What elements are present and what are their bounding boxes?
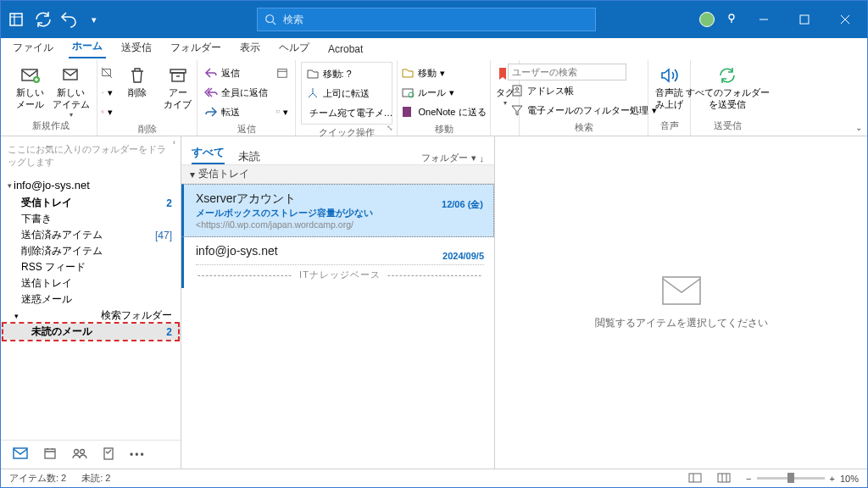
quick-moveto[interactable]: 移動: ?	[303, 64, 390, 83]
rules-button[interactable]: ルール ▾	[398, 83, 488, 102]
nav-people-icon[interactable]	[72, 447, 87, 462]
menu-folder[interactable]: フォルダー	[167, 38, 225, 58]
folder-pane: ‹ ここにお気に入りのフォルダーをドラッグします ▾info@jo-sys.ne…	[1, 136, 181, 469]
nav-tasks-icon[interactable]	[103, 446, 114, 463]
favorites-hint: ここにお気に入りのフォルダーをドラッグします	[1, 136, 181, 175]
zoom-slider[interactable]: −+ 10%	[746, 474, 859, 484]
group-sync: 送受信	[714, 118, 742, 134]
folder-collapse-caret[interactable]: ‹	[173, 138, 175, 147]
mail-item-2[interactable]: info@jo-sys.net 2024/09/5 --------------…	[181, 237, 494, 288]
svg-point-18	[516, 88, 519, 91]
view-reading-icon[interactable]	[717, 473, 731, 485]
move-button[interactable]: 移動 ▾	[398, 64, 488, 82]
menu-view[interactable]: 表示	[236, 38, 264, 58]
folder-junk[interactable]: 迷惑メール	[1, 291, 181, 308]
menu-home[interactable]: ホーム	[69, 36, 106, 58]
nav-mail-icon[interactable]	[13, 447, 28, 462]
onenote-button[interactable]: OneNote に送る	[398, 103, 488, 121]
help-icon[interactable]	[725, 12, 738, 28]
svg-rect-6	[64, 69, 77, 80]
tab-all[interactable]: すべて	[192, 145, 225, 164]
group-voice: 音声	[660, 118, 679, 134]
folder-drafts[interactable]: 下書き	[1, 211, 181, 227]
svg-rect-12	[277, 111, 280, 113]
ignore-button[interactable]	[98, 64, 115, 82]
menu-file[interactable]: ファイル	[9, 38, 57, 58]
svg-rect-0	[10, 14, 22, 25]
svg-rect-23	[104, 448, 113, 459]
mail-icon	[20, 65, 41, 86]
meeting-button[interactable]	[274, 64, 291, 82]
minimize-button[interactable]	[748, 4, 779, 35]
svg-rect-19	[14, 448, 27, 458]
menu-sendrecv[interactable]: 送受信	[118, 38, 155, 58]
title-bar: ▾ 検索	[1, 1, 867, 38]
tab-unread[interactable]: 未読	[238, 149, 260, 164]
menu-bar: ファイル ホーム 送受信 フォルダー 表示 ヘルプ Acrobat	[1, 38, 867, 58]
svg-point-2	[729, 14, 734, 19]
mail-item-1[interactable]: Xserverアカウント メールボックスのストレージ容量が少ない <https:…	[181, 184, 494, 237]
account-header[interactable]: ▾info@jo-sys.net	[1, 175, 181, 195]
folder-search[interactable]: ▾検索フォルダー	[1, 308, 181, 324]
svg-rect-20	[45, 449, 55, 458]
user-search-input[interactable]	[508, 64, 626, 80]
nav-more-icon[interactable]: •••	[130, 449, 146, 461]
qat-customize-icon[interactable]: ▾	[84, 9, 104, 30]
menu-acrobat[interactable]: Acrobat	[325, 41, 366, 58]
read-aloud-button[interactable]: 音声読 み上げ	[651, 62, 688, 111]
reading-pane: 閲覧するアイテムを選択してください	[495, 136, 867, 469]
svg-point-1	[266, 15, 274, 23]
search-placeholder: 検索	[283, 13, 303, 27]
svg-rect-24	[663, 277, 700, 304]
replyall-button[interactable]: 全員に返信	[202, 83, 270, 102]
svg-rect-11	[278, 69, 287, 78]
group-move: 移動	[435, 121, 453, 137]
group-search: 検索	[575, 119, 593, 136]
quick-toboss[interactable]: 上司に転送	[303, 84, 390, 103]
filter-button[interactable]: 電子メールのフィルター処理 ▾	[508, 101, 659, 119]
svg-rect-3	[800, 15, 809, 24]
sync-icon[interactable]	[33, 9, 53, 30]
new-item-button[interactable]: 新しい アイテム▾	[53, 62, 90, 118]
group-reply: 返信	[237, 121, 256, 137]
folder-outbox[interactable]: 送信トレイ	[1, 275, 181, 291]
folder-inbox[interactable]: 受信トレイ2	[1, 195, 181, 211]
envelope-icon	[661, 275, 702, 306]
view-normal-icon[interactable]	[688, 473, 702, 485]
search-box[interactable]: 検索	[257, 8, 596, 31]
folder-unread[interactable]: 未読のメール2	[1, 324, 181, 340]
close-button[interactable]	[830, 4, 860, 35]
ribbon-collapse[interactable]: ⌄	[855, 123, 862, 132]
nav-bar: •••	[1, 440, 181, 469]
addressbook-button[interactable]: アドレス帳	[508, 81, 659, 100]
maximize-button[interactable]	[789, 4, 820, 35]
sync-all-button[interactable]: すべてのフォルダー を送受信	[693, 62, 761, 111]
group-new: 新規作成	[32, 118, 70, 134]
folder-sent[interactable]: 送信済みアイテム[47]	[1, 227, 181, 243]
svg-point-21	[75, 450, 79, 454]
junk-button[interactable]: ▾	[98, 103, 115, 121]
ribbon: 新しい メール 新しい アイテム▾ 新規作成 ▾ ▾ 削除 アー カイブ	[1, 58, 867, 136]
user-avatar[interactable]	[699, 12, 715, 27]
app-icon	[8, 9, 28, 30]
nav-calendar-icon[interactable]	[43, 446, 57, 463]
folder-dropdown[interactable]: フォルダー ▾ ↓	[421, 152, 485, 164]
reply-button[interactable]: 返信	[202, 64, 270, 82]
delete-button[interactable]: 削除	[119, 62, 156, 99]
folder-rss[interactable]: RSS フィード	[1, 259, 181, 275]
group-header-inbox[interactable]: ▾受信トレイ	[181, 165, 494, 184]
more-reply-button[interactable]: ▾	[274, 103, 291, 121]
forward-button[interactable]: 転送	[202, 103, 270, 121]
menu-help[interactable]: ヘルプ	[275, 38, 313, 58]
svg-rect-25	[689, 474, 701, 482]
status-unread: 未読: 2	[81, 472, 110, 485]
undo-icon[interactable]	[58, 9, 79, 30]
quick-team[interactable]: チーム宛て電子メ…	[303, 103, 390, 122]
svg-rect-10	[172, 73, 184, 81]
cleanup-button[interactable]: ▾	[98, 83, 115, 102]
search-icon	[264, 14, 276, 25]
status-bar: アイテム数: 2 未読: 2 −+ 10%	[1, 469, 867, 487]
folder-deleted[interactable]: 削除済みアイテム	[1, 243, 181, 259]
new-mail-button[interactable]: 新しい メール	[12, 62, 49, 111]
archive-button[interactable]: アー カイブ	[159, 62, 197, 111]
